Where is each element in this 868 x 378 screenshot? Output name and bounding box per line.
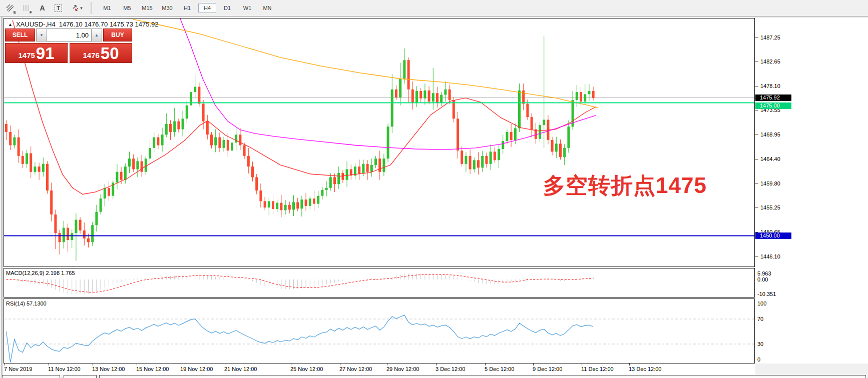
arrows-icon [72, 4, 80, 12]
timeframe-button-h1[interactable]: H1 [178, 3, 196, 13]
macd-value-main: 2.198 [46, 270, 60, 276]
time-axis-tick [387, 364, 387, 366]
rsi-label: RSI(14) 57.1300 [6, 300, 47, 306]
macd-name: MACD(12,26,9) [6, 270, 44, 276]
trade-controls-row: SELL ▼ ▲ BUY [5, 28, 132, 42]
timeframe-button-m30[interactable]: M30 [158, 3, 176, 13]
letter-a-icon: A [40, 4, 45, 12]
trading-terminal-window: E F A T ▾ M1M5M15M30H1H4D1W1MN [0, 0, 868, 378]
window-edge-line [3, 17, 3, 378]
icon-sub-f: F [30, 10, 32, 14]
timeframe-button-m1[interactable]: M1 [98, 3, 116, 13]
price-axis-tick [755, 256, 758, 257]
timeframe-button-d1[interactable]: D1 [218, 3, 236, 13]
time-tick-label: 5 Dec 12:00 [485, 366, 514, 372]
bid-price-button[interactable]: 1475 91 [5, 43, 68, 63]
rsi-axis-label: 0 [757, 356, 760, 363]
time-tick-label: 13 Nov 12:00 [92, 366, 125, 372]
bid-pips: 91 [36, 45, 55, 62]
price-axis-tick [755, 62, 758, 62]
timeframe-button-mn[interactable]: MN [258, 3, 276, 13]
volume-increase-button[interactable]: ▲ [91, 28, 102, 42]
rsi-value: 57.1300 [27, 300, 47, 306]
time-tick-label: 3 Dec 12:00 [436, 366, 465, 372]
chart-tab[interactable] [99, 375, 866, 378]
time-axis-tick [5, 364, 5, 366]
timeframe-button-w1[interactable]: W1 [238, 3, 256, 13]
ask-price-button[interactable]: 1476 50 [70, 43, 132, 63]
chevron-down-icon: ▾ [80, 6, 83, 10]
current-price-badge: 1475.92 [755, 94, 791, 101]
macd-axis-label: -10.351 [757, 291, 776, 298]
annotation-text: 多空转折点1475 [543, 171, 707, 200]
price-tick-label: 1482.65 [760, 58, 780, 65]
ask-pips: 50 [101, 45, 119, 62]
time-tick-label: 21 Nov 12:00 [224, 366, 257, 372]
time-tick-label: 29 Nov 12:00 [386, 366, 419, 372]
rsi-name: RSI(14) [6, 300, 25, 306]
volume-input[interactable] [47, 28, 91, 42]
price-tick-label: 1446.10 [760, 254, 780, 260]
macd-value-signal: 1.765 [61, 270, 75, 276]
price-tick-label: 1455.25 [760, 204, 780, 211]
chart-tab[interactable] [2, 375, 60, 378]
time-axis-tick [291, 364, 291, 366]
text-label-button[interactable]: A [35, 2, 50, 15]
arrows-objects-button[interactable]: ▾ [67, 2, 87, 15]
time-tick-label: 15 Nov 12:00 [136, 366, 169, 372]
price-axis-tick [755, 110, 758, 110]
rsi-axis-label: 70 [757, 316, 763, 322]
macd-label: MACD(12,26,9) 2.198 1.765 [6, 270, 75, 276]
window-edge-line [1, 17, 2, 378]
time-axis-tick [533, 364, 534, 366]
sell-button[interactable]: SELL [5, 28, 35, 42]
price-axis-tick [755, 134, 758, 135]
timeframe-bar: M1M5M15M30H1H4D1W1MN [98, 3, 278, 13]
indicators-hatch-icon[interactable]: E [3, 2, 18, 15]
collapse-arrow-icon[interactable]: ▲ [8, 22, 13, 27]
timeframe-button-m15[interactable]: M15 [138, 3, 156, 13]
level-price-badge: 1450.00 [755, 232, 791, 239]
price-axis[interactable] [755, 18, 868, 364]
time-axis-tick [629, 364, 630, 366]
time-tick-label: 9 Dec 12:00 [533, 366, 562, 372]
text-box-button[interactable]: T [51, 2, 66, 15]
time-tick-label: 11 Dec 12:00 [581, 366, 614, 372]
time-axis-tick [49, 364, 49, 366]
time-axis-tick [582, 364, 582, 366]
timeframe-button-h4[interactable]: H4 [198, 3, 216, 13]
time-axis-tick [485, 364, 486, 366]
macd-axis-label: 0.00 [757, 276, 768, 283]
time-tick-label: 25 Nov 12:00 [290, 366, 323, 372]
bid-main: 1475 [18, 49, 35, 62]
price-axis-tick [755, 208, 758, 208]
price-axis-tick [755, 184, 758, 184]
toolbar: E F A T ▾ M1M5M15M30H1H4D1W1MN [0, 0, 868, 16]
rsi-axis-label: 30 [757, 341, 763, 348]
price-axis-tick [755, 38, 758, 38]
rsi-axis-label: 100 [757, 300, 766, 307]
bid-ask-row: 1475 91 1476 50 [5, 43, 132, 63]
price-tick-label: 1468.95 [760, 132, 780, 138]
volume-decrease-button[interactable]: ▼ [36, 28, 47, 42]
chart-tab[interactable] [64, 375, 97, 378]
price-axis-tick [755, 86, 758, 86]
one-click-trade-panel: SELL ▼ ▲ BUY 1475 91 1476 50 [5, 28, 132, 63]
level-price-badge: 1475.00 [755, 102, 791, 109]
macd-panel[interactable] [4, 268, 755, 298]
timeframe-button-m5[interactable]: M5 [118, 3, 136, 13]
buy-button[interactable]: BUY [103, 28, 132, 42]
rsi-panel[interactable] [4, 298, 755, 364]
time-tick-label: 11 Nov 12:00 [48, 366, 81, 372]
grid-icon[interactable]: F [19, 2, 34, 15]
price-tick-label: 1459.80 [760, 180, 780, 187]
time-axis-tick [225, 364, 225, 366]
ask-main: 1476 [83, 49, 99, 62]
time-axis-tick [340, 364, 340, 366]
toolbar-separator [91, 2, 95, 14]
time-axis-tick [93, 364, 93, 366]
letter-t-icon: T [55, 4, 62, 12]
time-tick-label: 13 Dec 12:00 [629, 366, 661, 372]
grid-dots-icon [23, 4, 31, 12]
time-tick-label: 27 Nov 12:00 [339, 366, 372, 372]
